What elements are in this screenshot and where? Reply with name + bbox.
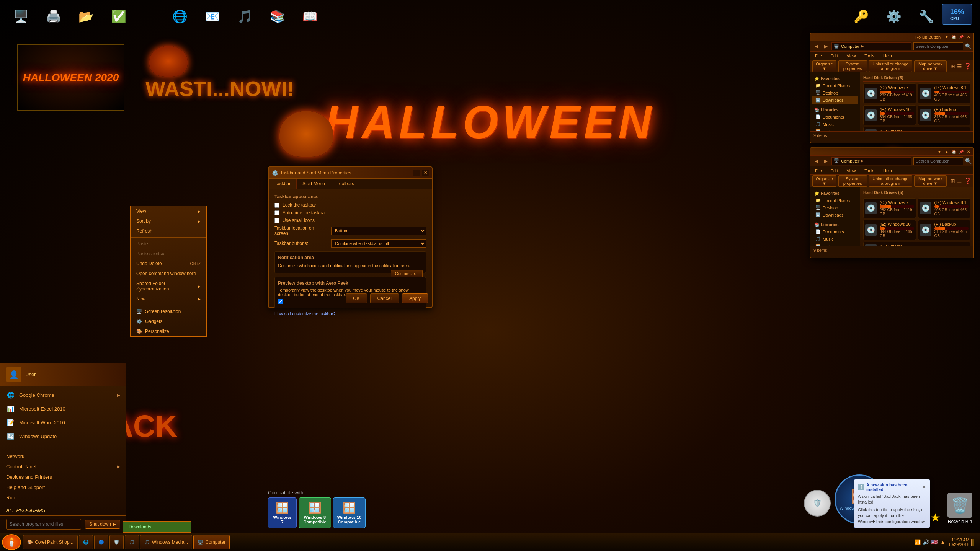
- tray-clock[interactable]: 11:58 AM 10/29/2018: [948, 538, 969, 547]
- forward-btn-1[interactable]: ▶: [822, 42, 830, 50]
- sidebar-music-2[interactable]: 🎵Music: [812, 235, 858, 243]
- taskbar-help-link[interactable]: How do I customize the taskbar?: [274, 311, 426, 316]
- tray-network-icon[interactable]: 📶: [914, 539, 921, 546]
- address-bar-1[interactable]: 🖥️ Computer ▶: [831, 42, 911, 50]
- drive-d-2[interactable]: 💿 (D:) Windows 8.1 405 GB free of 465 GB: [918, 198, 971, 218]
- address-bar-2[interactable]: 🖥️ Computer ▶: [831, 157, 911, 165]
- start-item-help[interactable]: Help and Support: [0, 482, 126, 492]
- desktop-icon-tools1[interactable]: 🔑: [848, 6, 875, 27]
- rollup-btn-pin-2[interactable]: 📌: [958, 149, 964, 155]
- drive-e-1[interactable]: 💿 (E:) Windows 10 394 GB free of 465 GB: [863, 105, 916, 125]
- search-btn-1[interactable]: 🔍: [965, 43, 972, 49]
- menu-help-2[interactable]: Help: [882, 168, 893, 174]
- rollup-btn-close-2[interactable]: ✕: [965, 149, 972, 155]
- view-icon-1[interactable]: ⊞: [951, 63, 955, 69]
- menu-tools-1[interactable]: Tools: [863, 53, 876, 59]
- small-icons-checkbox[interactable]: [274, 218, 279, 223]
- map-drive-btn-2[interactable]: Map network drive ▼: [914, 175, 947, 187]
- rollup-btn-down[interactable]: ▼: [944, 34, 950, 40]
- menu-view-1[interactable]: View: [845, 53, 858, 59]
- notif-close-btn[interactable]: ✕: [922, 484, 926, 490]
- drive-e-2[interactable]: 💿 (E:) Windows 10 394 GB free of 465 GB: [863, 220, 916, 240]
- taskbar-wmp[interactable]: 🎵 Windows Media...: [140, 535, 193, 549]
- ctx-undo[interactable]: Undo Delete Ctrl+Z: [131, 259, 206, 269]
- desktop-icon-pro[interactable]: 🎵: [232, 6, 258, 27]
- taskbar-corel[interactable]: 🎨 Corel Paint Shop...: [23, 535, 78, 549]
- desktop-icon-task[interactable]: ✅: [105, 6, 132, 27]
- tab-start-menu[interactable]: Start Menu: [297, 179, 331, 189]
- apply-btn[interactable]: Apply: [402, 293, 428, 303]
- start-item-network[interactable]: Network: [0, 451, 126, 461]
- start-item-word[interactable]: 📝 Microsoft Word 2010: [0, 416, 126, 429]
- dialog-close-btn[interactable]: ✕: [422, 170, 429, 176]
- start-item-run[interactable]: Run...: [0, 492, 126, 503]
- desktop-icon-computer[interactable]: 🖥️: [8, 6, 34, 27]
- start-search-input[interactable]: [6, 519, 81, 530]
- ctx-personalize[interactable]: 🎨 Personalize: [131, 326, 206, 336]
- sidebar-docs-1[interactable]: 📄Documents: [812, 113, 858, 121]
- search-box-1[interactable]: [913, 42, 963, 50]
- menu-file-2[interactable]: File: [813, 168, 823, 174]
- lock-taskbar-checkbox[interactable]: [274, 203, 279, 208]
- sidebar-recent-2[interactable]: 📁Recent Places: [812, 197, 858, 204]
- sidebar-pictures-1[interactable]: 🖼️Pictures: [812, 128, 858, 131]
- help-icon-1[interactable]: ❓: [964, 62, 972, 70]
- favorites-title-2[interactable]: ⭐ Favorites: [812, 190, 858, 197]
- drive-c-1[interactable]: 💿 (C:) Windows 7 282 GB free of 419 GB: [863, 83, 916, 103]
- rollup-btn-home-2[interactable]: 🏠: [951, 149, 957, 155]
- ctx-new[interactable]: New ▶: [131, 294, 206, 304]
- dialog-minimize-btn[interactable]: _: [413, 170, 420, 176]
- start-item-update[interactable]: 🔄 Windows Update: [0, 429, 126, 443]
- drive-f-1[interactable]: 💿 (F:) Backup 316 GB free of 465 GB: [918, 105, 971, 125]
- drive-d-1[interactable]: 💿 (D:) Windows 8.1 405 GB free of 465 GB: [918, 83, 971, 103]
- menu-file-1[interactable]: File: [813, 53, 823, 59]
- rollup-btn-up-2[interactable]: ▲: [944, 149, 950, 155]
- map-drive-btn-1[interactable]: Map network drive ▼: [914, 60, 947, 72]
- all-programs-btn[interactable]: ALL PROGRAMS: [0, 505, 126, 515]
- taskbar-music[interactable]: 🎵: [125, 535, 139, 549]
- organize-btn-1[interactable]: Organize ▼: [812, 60, 836, 72]
- menu-help-1[interactable]: Help: [882, 53, 893, 59]
- rollup-btn-pin[interactable]: 📌: [958, 34, 964, 40]
- ctx-refresh[interactable]: Refresh: [131, 226, 206, 236]
- ok-btn[interactable]: OK: [346, 293, 367, 303]
- ctx-shared-folder[interactable]: Shared Folder Synchronization ▶: [131, 279, 206, 294]
- rollup-btn-home[interactable]: 🏠: [951, 34, 957, 40]
- libraries-title-2[interactable]: 📚 Libraries: [812, 222, 858, 228]
- start-item-controlpanel[interactable]: Control Panel ▶: [0, 461, 126, 472]
- start-item-chrome[interactable]: 🌐 Google Chrome ▶: [0, 388, 126, 402]
- drive-c-2[interactable]: 💿 (C:) Windows 7 282 GB free of 419 GB: [863, 198, 916, 218]
- menu-tools-2[interactable]: Tools: [863, 168, 876, 174]
- drive-f-2[interactable]: 💿 (F:) Backup 316 GB free of 465 GB: [918, 220, 971, 240]
- rollup-btn-down-2[interactable]: ▼: [936, 149, 942, 155]
- buttons-select[interactable]: Combine when taskbar is full Always comb…: [331, 239, 426, 248]
- sidebar-desktop-1[interactable]: 🖥️Desktop: [812, 89, 858, 96]
- desktop-icon-email[interactable]: 📧: [199, 6, 226, 27]
- forward-btn-2[interactable]: ▶: [822, 157, 830, 165]
- rollup-btn-close[interactable]: ✕: [965, 34, 972, 40]
- system-props-btn-2[interactable]: System properties: [838, 175, 867, 187]
- start-item-devices[interactable]: Devices and Printers: [0, 472, 126, 482]
- tray-lang-icon[interactable]: 🇺🇸: [931, 539, 938, 546]
- customize-btn[interactable]: Customize...: [391, 270, 423, 277]
- search-btn-2[interactable]: 🔍: [965, 158, 972, 164]
- details-icon-1[interactable]: ☰: [957, 63, 962, 69]
- sidebar-pictures-2[interactable]: 🖼️Pictures: [812, 243, 858, 246]
- search-box-2[interactable]: [913, 157, 963, 165]
- cancel-btn[interactable]: Cancel: [370, 293, 399, 303]
- desktop-icon-book1[interactable]: 📚: [264, 6, 291, 27]
- favorites-title-1[interactable]: ⭐ Favorites: [812, 75, 858, 82]
- ctx-view[interactable]: View ▶: [131, 206, 206, 216]
- help-icon-2[interactable]: ❓: [964, 177, 972, 184]
- ctx-paste-shortcut[interactable]: Paste shortcut: [131, 249, 206, 259]
- tab-taskbar[interactable]: Taskbar: [269, 179, 297, 189]
- recycle-bin-icon[interactable]: 🗑️ Recycle Bin: [947, 493, 972, 524]
- back-btn-2[interactable]: ◀: [812, 157, 820, 165]
- start-item-excel[interactable]: 📊 Microsoft Excel 2010: [0, 402, 126, 416]
- sidebar-music-1[interactable]: 🎵Music: [812, 121, 858, 128]
- drive-g-1[interactable]: 💿 (G:) External 441 GB free of 465 GB: [863, 127, 970, 131]
- desktop-icon-chrome[interactable]: 🌐: [167, 6, 193, 27]
- taskbar-computer[interactable]: 🖥️ Computer: [193, 535, 230, 549]
- ctx-gadgets[interactable]: ⚙️ Gadgets: [131, 316, 206, 326]
- organize-btn-2[interactable]: Organize ▼: [812, 175, 836, 187]
